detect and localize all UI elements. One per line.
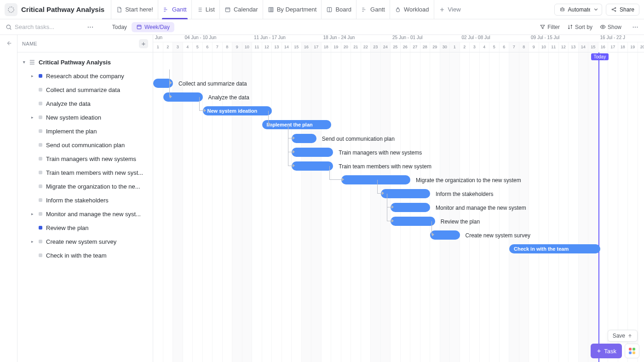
gantt-bar[interactable]: Implement the plan — [262, 120, 332, 129]
task-row[interactable]: ▸Implement the plan — [18, 124, 150, 138]
task-label: Train managers with new systems — [46, 155, 136, 162]
automate-button[interactable]: Automate — [554, 4, 594, 16]
save-button[interactable]: Save — [608, 330, 638, 342]
task-label: Research about the company — [46, 73, 124, 80]
day-cell: 19 — [628, 42, 638, 52]
add-task-column-button[interactable]: + — [139, 39, 148, 48]
gantt-bar[interactable] — [292, 148, 333, 157]
task-row[interactable]: ▸Train managers with new systems — [18, 152, 150, 166]
task-row[interactable]: ▸Create new system survey — [18, 235, 150, 248]
task-row[interactable]: ▸Migrate the organization to the ne... — [18, 179, 150, 193]
apps-button[interactable] — [625, 344, 639, 358]
tab-workload[interactable]: Workload — [390, 0, 434, 19]
gantt-bar[interactable] — [430, 230, 460, 240]
svg-point-6 — [396, 8, 399, 11]
task-row[interactable]: ▸Collect and summarize data — [18, 83, 150, 97]
toolbar-more-button[interactable]: ··· — [632, 24, 638, 30]
svg-point-8 — [561, 9, 562, 10]
day-cell: 13 — [569, 42, 579, 52]
automate-label: Automate — [568, 6, 592, 13]
gantt-bar[interactable] — [292, 134, 316, 143]
add-view-button[interactable]: View — [434, 0, 466, 19]
tab-gantt[interactable]: Gantt — [356, 0, 390, 19]
sidebar-header: NAME + — [17, 35, 153, 52]
gantt-bar[interactable] — [391, 217, 435, 226]
bar-label: Collect and summarize data — [178, 80, 247, 87]
collapse-sidebar-icon[interactable] — [5, 40, 12, 47]
day-cell: 6 — [500, 42, 510, 52]
task-row[interactable]: ▸Analyze the data — [18, 97, 150, 110]
gantt-bar[interactable] — [391, 203, 430, 212]
tab-by-department[interactable]: By Department — [263, 0, 322, 19]
task-row[interactable]: ▸Send out communication plan — [18, 138, 150, 152]
bar-label: Train team members with new system — [339, 163, 431, 170]
sort-label: Sort by — [575, 24, 592, 30]
day-cell: 19 — [331, 42, 341, 52]
task-row[interactable]: ▸New system ideation — [18, 110, 150, 124]
tab-start-here-[interactable]: Start here! — [111, 0, 158, 19]
tab-label: Gantt — [172, 6, 187, 13]
day-cell: 7 — [213, 42, 223, 52]
day-cell: 20 — [638, 42, 644, 52]
task-row[interactable]: ▸Monitor and manage the new syst... — [18, 207, 150, 221]
tab-calendar[interactable]: Calendar — [219, 0, 263, 19]
save-label: Save — [613, 333, 625, 339]
gantt-bar[interactable] — [292, 161, 333, 171]
bar-label: Train managers with new systems — [339, 149, 422, 156]
day-cell: 3 — [470, 42, 480, 52]
share-label: Share — [620, 6, 634, 13]
day-cell: 26 — [401, 42, 411, 52]
status-square — [39, 171, 42, 174]
folder-row[interactable]: ▾☰Critical Pathway Analysis — [18, 55, 150, 69]
task-row[interactable]: ▸Inform the stakeholders — [18, 193, 150, 207]
share-button[interactable]: Share — [606, 4, 639, 16]
day-cell: 14 — [579, 42, 589, 52]
gantt-bar[interactable]: Check in with the team — [509, 244, 600, 253]
day-cell: 24 — [381, 42, 391, 52]
toolbar: ··· Today Week/Day Filter Sort by Show ·… — [0, 19, 644, 35]
task-row[interactable]: ▸Research about the company — [18, 69, 150, 83]
tab-list[interactable]: List — [191, 0, 219, 19]
day-cell: 7 — [509, 42, 519, 52]
status-square — [39, 88, 42, 92]
today-button[interactable]: Today — [112, 24, 127, 30]
scale-toggle[interactable]: Week/Day — [132, 22, 174, 32]
page-title: Critical Pathway Analysis — [21, 6, 104, 13]
tab-gantt[interactable]: Gantt — [158, 0, 191, 19]
task-row[interactable]: ▸Check in with the team — [18, 248, 150, 262]
new-task-button[interactable]: Task — [591, 344, 622, 358]
status-square — [39, 74, 42, 78]
day-cell: 15 — [588, 42, 598, 52]
bar-label: Review the plan — [441, 218, 480, 225]
day-cell: 18 — [322, 42, 332, 52]
day-cell: 3 — [173, 42, 183, 52]
filter-button[interactable]: Filter — [540, 24, 560, 30]
more-menu-button[interactable]: ··· — [87, 23, 94, 30]
task-row[interactable]: ▸Review the plan — [18, 221, 150, 235]
day-cell: 9 — [232, 42, 242, 52]
bar-label: Create new system survey — [466, 232, 530, 239]
day-cell: 29 — [430, 42, 440, 52]
gantt-bar[interactable]: New system ideation — [203, 106, 272, 115]
gantt-area[interactable]: Jun04 Jun - 10 Jun11 Jun - 17 Jun18 Jun … — [153, 35, 644, 362]
automate-dropdown-button[interactable] — [590, 4, 602, 16]
day-cell: 30 — [440, 42, 450, 52]
status-square — [39, 115, 42, 119]
search-input[interactable] — [15, 23, 79, 30]
week-label: 09 Jul - 15 Jul — [529, 35, 598, 42]
show-button[interactable]: Show — [600, 24, 621, 30]
gantt-bar[interactable] — [341, 175, 411, 184]
sort-button[interactable]: Sort by — [567, 24, 592, 30]
status-square — [39, 129, 42, 133]
status-square — [39, 212, 42, 216]
tab-board[interactable]: Board — [321, 0, 356, 19]
week-label: 18 Jun - 24 Jun — [322, 35, 391, 42]
task-row[interactable]: ▸Train team members with new syst... — [18, 166, 150, 179]
day-cell: 18 — [618, 42, 628, 52]
scale-label: Week/Day — [144, 24, 170, 30]
sidebar-heading: NAME — [22, 41, 37, 46]
tab-label: Calendar — [234, 6, 258, 13]
tab-label: Start here! — [125, 6, 153, 13]
svg-rect-14 — [137, 25, 141, 29]
task-label: Inform the stakeholders — [46, 197, 109, 204]
